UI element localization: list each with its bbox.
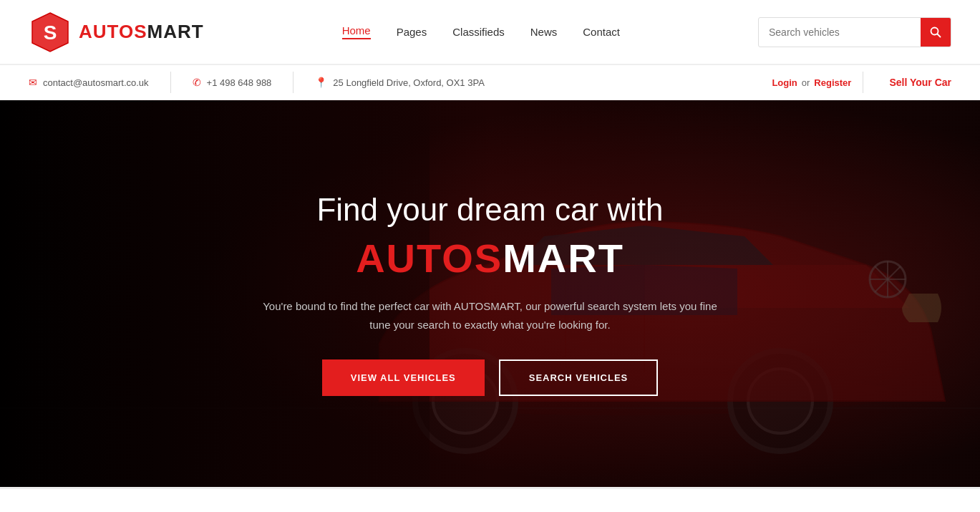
- hero-title: Find your dream car with: [254, 191, 727, 229]
- hero-brand-red: AUTOS: [356, 236, 503, 281]
- or-label: or: [802, 77, 810, 88]
- divider-1: [170, 72, 171, 93]
- register-link[interactable]: Register: [814, 77, 851, 88]
- divider-2: [293, 72, 293, 93]
- info-left: ✉ contact@autosmart.co.uk ✆ +1 498 648 9…: [29, 72, 485, 93]
- hero-content: Find your dream car with AUTOSMART You'r…: [240, 191, 741, 396]
- search-vehicles-button[interactable]: SEARCH VEHICLES: [499, 359, 659, 396]
- logo-icon: S: [29, 11, 72, 54]
- phone-info: ✆ +1 498 648 988: [193, 77, 272, 88]
- hero-section: Find your dream car with AUTOSMART You'r…: [0, 100, 980, 487]
- search-bar: [758, 17, 951, 47]
- phone-value: +1 498 648 988: [207, 77, 272, 88]
- search-button[interactable]: [921, 17, 951, 47]
- email-info: ✉ contact@autosmart.co.uk: [29, 77, 149, 88]
- nav-news[interactable]: News: [530, 26, 558, 38]
- hero-brand: AUTOSMART: [254, 236, 727, 281]
- hero-buttons: VIEW ALL VEHICLES SEARCH VEHICLES: [254, 359, 727, 396]
- hero-brand-white: MART: [503, 236, 624, 281]
- email-value: contact@autosmart.co.uk: [43, 77, 149, 88]
- info-bar: ✉ contact@autosmart.co.uk ✆ +1 498 648 9…: [0, 64, 980, 100]
- phone-icon: ✆: [193, 77, 201, 88]
- main-nav: Home Pages Classifieds News Contact: [342, 24, 620, 39]
- view-all-vehicles-button[interactable]: VIEW ALL VEHICLES: [322, 359, 485, 396]
- address-info: 📍 25 Longfield Drive, Oxford, OX1 3PA: [315, 77, 484, 88]
- search-input[interactable]: [759, 26, 921, 38]
- find-section: FIND YOUR PERFECT USED CAR SHOW SEARCH: [0, 487, 980, 512]
- sell-car-link[interactable]: Sell Your Car: [889, 77, 951, 88]
- search-icon: [930, 26, 941, 38]
- header: S AUTOSMART Home Pages Classifieds News …: [0, 0, 980, 64]
- nav-home[interactable]: Home: [342, 24, 371, 39]
- logo[interactable]: S AUTOSMART: [29, 11, 204, 54]
- nav-classifieds[interactable]: Classifieds: [452, 26, 505, 38]
- nav-contact[interactable]: Contact: [583, 26, 620, 38]
- divider-3: [863, 72, 863, 93]
- hero-description: You're bound to find the perfect car wit…: [254, 297, 727, 334]
- email-icon: ✉: [29, 77, 37, 88]
- info-right: Login or Register Sell Your Car: [772, 72, 951, 93]
- brand-name: AUTOSMART: [79, 21, 204, 43]
- address-value: 25 Longfield Drive, Oxford, OX1 3PA: [333, 77, 484, 88]
- login-link[interactable]: Login: [772, 77, 797, 88]
- location-icon: 📍: [315, 77, 327, 88]
- nav-pages[interactable]: Pages: [397, 26, 427, 38]
- svg-text:S: S: [44, 21, 57, 44]
- svg-line-4: [938, 34, 941, 37]
